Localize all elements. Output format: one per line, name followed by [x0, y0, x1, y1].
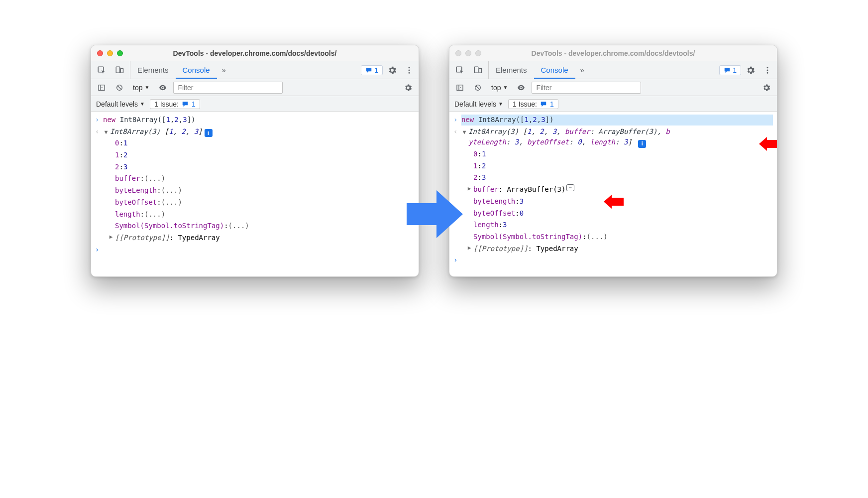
- issues-chip[interactable]: 1: [361, 65, 383, 75]
- devtools-window-before: DevTools - developer.chrome.com/docs/dev…: [91, 45, 419, 277]
- object-prop-row[interactable]: length: (...): [91, 209, 419, 221]
- issues-box-count: 1: [192, 100, 196, 108]
- console-input[interactable]: new Int8Array([1,2,3]): [103, 115, 415, 125]
- prompt-icon: ›: [95, 115, 103, 125]
- object-summary[interactable]: ▼Int8Array(3) [1, 2, 3, buffer: ArrayBuf…: [461, 126, 773, 148]
- main-tabbar: Elements Console » 1: [449, 61, 777, 79]
- svg-rect-2: [120, 68, 123, 73]
- context-select-label: top: [491, 84, 501, 92]
- svg-point-11: [767, 67, 768, 68]
- tab-more[interactable]: »: [217, 61, 231, 79]
- issues-chip[interactable]: 1: [719, 65, 741, 75]
- log-levels-select[interactable]: Default levels ▼: [96, 100, 145, 108]
- expander-icon[interactable]: ▶: [108, 233, 114, 244]
- svg-rect-9: [474, 67, 478, 73]
- svg-point-3: [409, 67, 410, 68]
- object-prop-row[interactable]: byteLength: 3: [449, 196, 777, 208]
- log-levels-label: Default levels: [454, 100, 496, 108]
- issues-box[interactable]: 1 Issue: 1: [508, 99, 558, 109]
- svg-point-12: [767, 69, 768, 71]
- object-prop-row[interactable]: buffer: (...): [91, 173, 419, 185]
- console-input[interactable]: new Int8Array([1,2,3]): [461, 115, 773, 125]
- log-levels-select[interactable]: Default levels ▼: [454, 100, 503, 108]
- live-expression-icon[interactable]: [514, 80, 529, 95]
- expander-icon[interactable]: ▼: [461, 128, 467, 136]
- window-title: DevTools - developer.chrome.com/docs/dev…: [449, 49, 777, 57]
- object-prop-row[interactable]: byteLength: (...): [91, 185, 419, 197]
- info-badge-icon[interactable]: i: [205, 129, 213, 137]
- console-output: ›new Int8Array([1,2,3])‹▼Int8Array(3) [1…: [449, 112, 777, 276]
- console-toolbar-2: Default levels ▼ 1 Issue: 1: [449, 96, 777, 112]
- expander-icon[interactable]: ▶: [466, 244, 472, 254]
- object-buffer-row[interactable]: ▶buffer: ArrayBuffer(3)⋯: [449, 184, 777, 196]
- object-index-row[interactable]: 2: 3: [449, 172, 777, 184]
- memory-inspector-icon[interactable]: ⋯: [566, 184, 574, 191]
- tab-more[interactable]: »: [575, 61, 589, 79]
- issues-chip-count: 1: [374, 66, 378, 74]
- device-toggle-icon[interactable]: [112, 63, 127, 78]
- inspect-icon[interactable]: [452, 63, 467, 78]
- object-prop-row[interactable]: byteOffset: 0: [449, 208, 777, 220]
- svg-rect-1: [116, 67, 120, 73]
- object-prop-row[interactable]: Symbol(Symbol.toStringTag): (...): [91, 220, 419, 232]
- gear-icon[interactable]: [743, 63, 758, 78]
- console-settings-gear-icon[interactable]: [401, 80, 416, 95]
- gear-icon[interactable]: [385, 63, 400, 78]
- object-prop-row[interactable]: Symbol(Symbol.toStringTag): (...): [449, 231, 777, 243]
- object-index-row[interactable]: 1: 2: [449, 160, 777, 172]
- tab-console[interactable]: Console: [534, 61, 575, 79]
- tab-elements[interactable]: Elements: [130, 61, 176, 79]
- console-toolbar: top ▼: [91, 79, 419, 96]
- inspect-icon[interactable]: [94, 63, 109, 78]
- prompt-icon: ›: [453, 115, 461, 125]
- window-title: DevTools - developer.chrome.com/docs/dev…: [91, 49, 419, 57]
- console-settings-gear-icon[interactable]: [759, 80, 774, 95]
- sidebar-toggle-icon[interactable]: [94, 80, 109, 95]
- filter-input[interactable]: [173, 82, 283, 94]
- object-prop-row[interactable]: byteOffset: (...): [91, 197, 419, 209]
- object-proto-row[interactable]: ▶[[Prototype]]: TypedArray: [449, 243, 777, 255]
- expander-icon[interactable]: ▶: [466, 184, 472, 195]
- console-toolbar: top ▼: [449, 79, 777, 96]
- main-tabbar: Elements Console » 1: [91, 61, 419, 79]
- output-icon: ‹: [453, 126, 461, 148]
- titlebar: DevTools - developer.chrome.com/docs/dev…: [449, 45, 777, 61]
- titlebar: DevTools - developer.chrome.com/docs/dev…: [91, 45, 419, 61]
- issues-box-label: 1 Issue:: [154, 100, 179, 108]
- context-select[interactable]: top ▼: [488, 83, 511, 93]
- console-toolbar-2: Default levels ▼ 1 Issue: 1: [91, 96, 419, 112]
- issues-chip-count: 1: [733, 66, 737, 74]
- filter-input[interactable]: [532, 82, 641, 94]
- object-index-row[interactable]: 0: 1: [449, 148, 777, 160]
- tab-console[interactable]: Console: [176, 61, 217, 79]
- prompt-icon[interactable]: ›: [95, 245, 103, 255]
- log-levels-label: Default levels: [96, 100, 138, 108]
- object-proto-row[interactable]: ▶[[Prototype]]: TypedArray: [91, 232, 419, 244]
- object-prop-row[interactable]: length: 3: [449, 219, 777, 231]
- object-index-row[interactable]: 0: 1: [91, 137, 419, 149]
- prompt-icon[interactable]: ›: [453, 255, 461, 266]
- clear-console-icon[interactable]: [470, 80, 485, 95]
- kebab-icon[interactable]: [402, 63, 417, 78]
- live-expression-icon[interactable]: [155, 80, 170, 95]
- issues-box[interactable]: 1 Issue: 1: [150, 99, 200, 109]
- sidebar-toggle-icon[interactable]: [452, 80, 467, 95]
- devtools-window-after: DevTools - developer.chrome.com/docs/dev…: [449, 45, 777, 277]
- clear-console-icon[interactable]: [112, 80, 127, 95]
- device-toggle-icon[interactable]: [470, 63, 485, 78]
- context-select[interactable]: top ▼: [130, 83, 152, 93]
- kebab-icon[interactable]: [760, 63, 775, 78]
- issues-box-count: 1: [550, 100, 554, 108]
- expander-icon[interactable]: ▼: [103, 128, 109, 136]
- svg-point-4: [409, 69, 410, 71]
- issues-box-label: 1 Issue:: [513, 100, 537, 108]
- object-index-row[interactable]: 1: 2: [91, 149, 419, 161]
- tab-elements[interactable]: Elements: [489, 61, 534, 79]
- context-select-label: top: [133, 84, 142, 92]
- svg-point-5: [409, 72, 410, 73]
- svg-point-13: [767, 72, 768, 73]
- object-summary[interactable]: ▼Int8Array(3) [1, 2, 3]i: [103, 126, 415, 137]
- output-icon: ‹: [95, 126, 103, 137]
- info-badge-icon[interactable]: i: [638, 140, 646, 148]
- object-index-row[interactable]: 2: 3: [91, 161, 419, 173]
